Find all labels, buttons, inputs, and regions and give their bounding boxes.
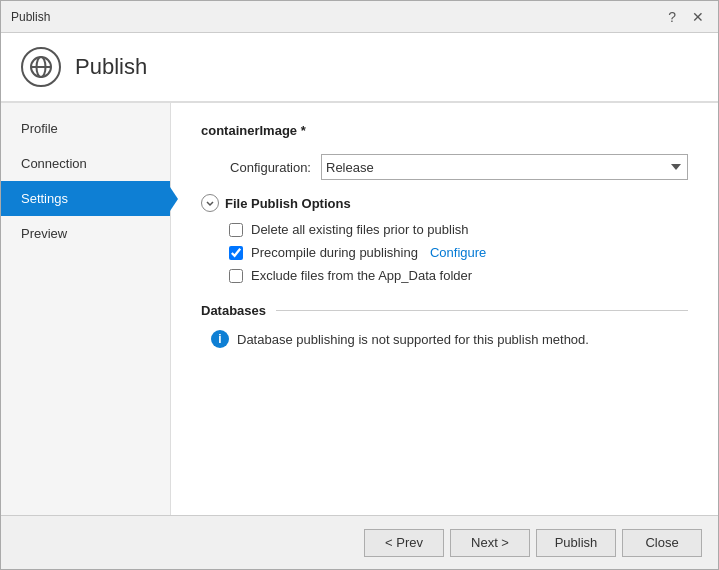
header-title: Publish bbox=[75, 54, 147, 80]
precompile-label: Precompile during publishing bbox=[251, 245, 418, 260]
databases-info-row: i Database publishing is not supported f… bbox=[211, 330, 688, 348]
header-area: Publish bbox=[1, 33, 718, 103]
close-button[interactable]: Close bbox=[622, 529, 702, 557]
next-button[interactable]: Next > bbox=[450, 529, 530, 557]
configure-link[interactable]: Configure bbox=[430, 245, 486, 260]
delete-existing-checkbox[interactable] bbox=[229, 223, 243, 237]
collapse-icon bbox=[201, 194, 219, 212]
databases-info-text: Database publishing is not supported for… bbox=[237, 332, 589, 347]
title-bar-left: Publish bbox=[11, 10, 50, 24]
file-publish-options-title: File Publish Options bbox=[225, 196, 351, 211]
databases-section: Databases i Database publishing is not s… bbox=[201, 303, 688, 348]
nav-item-profile[interactable]: Profile bbox=[1, 111, 170, 146]
header-icon bbox=[21, 47, 61, 87]
dialog-footer: < Prev Next > Publish Close bbox=[1, 515, 718, 569]
checkbox-precompile: Precompile during publishing Configure bbox=[229, 245, 688, 260]
main-panel: containerImage * Configuration: Debug Re… bbox=[171, 103, 718, 515]
content-wrapper: Publish Profile Connection Settings Prev… bbox=[1, 33, 718, 515]
file-publish-options-header[interactable]: File Publish Options bbox=[201, 194, 688, 212]
title-bar-controls: ? ✕ bbox=[664, 9, 708, 25]
exclude-appdata-label: Exclude files from the App_Data folder bbox=[251, 268, 472, 283]
configuration-label: Configuration: bbox=[201, 160, 311, 175]
close-window-button[interactable]: ✕ bbox=[688, 9, 708, 25]
section-title: containerImage * bbox=[201, 123, 688, 138]
precompile-checkbox[interactable] bbox=[229, 246, 243, 260]
header-content: Publish bbox=[1, 33, 718, 102]
configuration-select[interactable]: Debug Release bbox=[321, 154, 688, 180]
databases-title: Databases bbox=[201, 303, 266, 318]
exclude-appdata-checkbox[interactable] bbox=[229, 269, 243, 283]
nav-item-settings[interactable]: Settings bbox=[1, 181, 170, 216]
databases-divider bbox=[276, 310, 688, 311]
delete-existing-label: Delete all existing files prior to publi… bbox=[251, 222, 469, 237]
configuration-row: Configuration: Debug Release bbox=[201, 154, 688, 180]
nav-item-preview[interactable]: Preview bbox=[1, 216, 170, 251]
help-button[interactable]: ? bbox=[664, 9, 680, 25]
checkbox-exclude-appdata: Exclude files from the App_Data folder bbox=[229, 268, 688, 283]
nav-item-connection[interactable]: Connection bbox=[1, 146, 170, 181]
databases-header: Databases bbox=[201, 303, 688, 318]
publish-button[interactable]: Publish bbox=[536, 529, 616, 557]
dialog-body: Profile Connection Settings Preview cont… bbox=[1, 103, 718, 515]
left-nav: Profile Connection Settings Preview bbox=[1, 103, 171, 515]
checkbox-delete-existing: Delete all existing files prior to publi… bbox=[229, 222, 688, 237]
info-icon: i bbox=[211, 330, 229, 348]
prev-button[interactable]: < Prev bbox=[364, 529, 444, 557]
title-bar-title: Publish bbox=[11, 10, 50, 24]
title-bar: Publish ? ✕ bbox=[1, 1, 718, 33]
publish-dialog: Publish ? ✕ Publish bbox=[0, 0, 719, 570]
